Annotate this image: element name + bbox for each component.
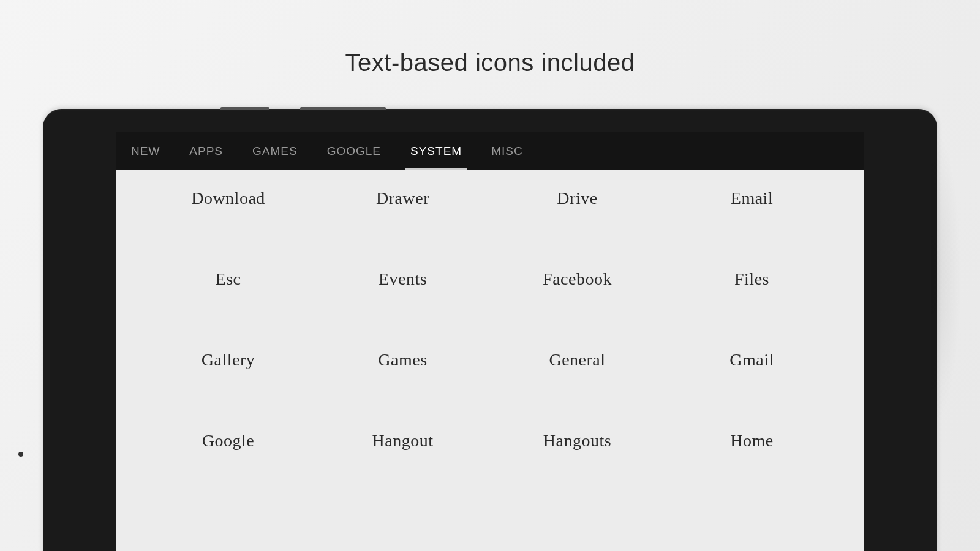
tab-system[interactable]: SYSTEM [396, 132, 477, 170]
icon-drawer[interactable]: Drawer [315, 189, 490, 208]
icon-general[interactable]: General [490, 350, 665, 370]
icon-esc[interactable]: Esc [141, 269, 315, 289]
icon-hangout[interactable]: Hangout [315, 431, 490, 451]
icon-home[interactable]: Home [665, 431, 839, 451]
tab-new[interactable]: NEW [116, 132, 175, 170]
tab-misc[interactable]: MISC [477, 132, 538, 170]
page-title: Text-based icons included [0, 0, 980, 113]
tab-games[interactable]: GAMES [238, 132, 312, 170]
tab-bar: NEW APPS GAMES GOOGLE SYSTEM MISC [116, 132, 864, 170]
icon-hangouts[interactable]: Hangouts [490, 431, 665, 451]
tab-google[interactable]: GOOGLE [312, 132, 396, 170]
icon-email[interactable]: Email [665, 189, 839, 208]
icon-facebook[interactable]: Facebook [490, 269, 665, 289]
icon-grid: Download Drawer Drive Email Esc Events F… [116, 170, 864, 469]
tablet-hardware-buttons [221, 107, 386, 110]
tab-apps[interactable]: APPS [175, 132, 238, 170]
icon-drive[interactable]: Drive [490, 189, 665, 208]
tablet-screen: NEW APPS GAMES GOOGLE SYSTEM MISC Downlo… [116, 132, 864, 551]
icon-files[interactable]: Files [665, 269, 839, 289]
icon-games[interactable]: Games [315, 350, 490, 370]
icon-gallery[interactable]: Gallery [141, 350, 315, 370]
icon-events[interactable]: Events [315, 269, 490, 289]
icon-download[interactable]: Download [141, 189, 315, 208]
icon-gmail[interactable]: Gmail [665, 350, 839, 370]
tablet-frame: NEW APPS GAMES GOOGLE SYSTEM MISC Downlo… [43, 109, 937, 551]
icon-google[interactable]: Google [141, 431, 315, 451]
